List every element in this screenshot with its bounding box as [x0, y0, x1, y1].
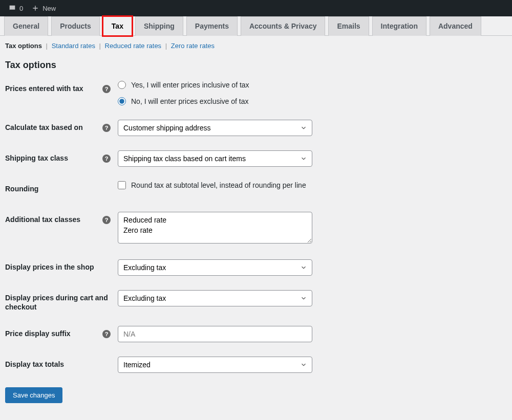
- help-icon[interactable]: ?: [102, 85, 111, 93]
- save-button[interactable]: Save changes: [5, 387, 62, 403]
- calc-based-select[interactable]: Customer shipping address: [118, 120, 312, 136]
- ship-class-label: Shipping tax class: [5, 153, 68, 163]
- help-icon[interactable]: ?: [102, 124, 111, 132]
- rounding-label: Rounding: [5, 184, 38, 193]
- tab-integration[interactable]: Integration: [372, 16, 426, 36]
- plus-icon: [31, 4, 39, 12]
- comment-icon: [8, 4, 16, 12]
- tab-shipping[interactable]: Shipping: [135, 16, 183, 36]
- rounding-checkbox[interactable]: [118, 181, 126, 189]
- display-shop-select[interactable]: Excluding tax: [118, 259, 312, 276]
- admin-bar: 0 New: [0, 0, 512, 16]
- tab-emails[interactable]: Emails: [328, 16, 369, 36]
- additional-textarea[interactable]: [118, 212, 312, 244]
- ship-class-select[interactable]: Shipping tax class based on cart items: [118, 150, 312, 167]
- admin-bar-comments[interactable]: 0: [4, 4, 27, 12]
- suffix-label: Price display suffix: [5, 329, 71, 338]
- subnav-standard-rates[interactable]: Standard rates: [52, 42, 95, 50]
- tab-products[interactable]: Products: [51, 16, 100, 36]
- totals-select[interactable]: Itemized: [118, 357, 312, 373]
- tab-payments[interactable]: Payments: [186, 16, 238, 36]
- prices-exclusive-radio[interactable]: [118, 97, 126, 105]
- tax-subnav: Tax options | Standard rates | Reduced r…: [0, 36, 512, 54]
- settings-tabs: General Products Tax Shipping Payments A…: [0, 16, 512, 36]
- admin-bar-new[interactable]: New: [27, 4, 60, 12]
- comments-count: 0: [19, 5, 23, 12]
- tab-general[interactable]: General: [4, 16, 48, 36]
- section-title: Tax options: [5, 60, 507, 71]
- tab-accounts-privacy[interactable]: Accounts & Privacy: [241, 16, 326, 36]
- subnav-reduced-rates[interactable]: Reduced rate rates: [105, 42, 162, 50]
- subnav-zero-rates[interactable]: Zero rate rates: [171, 42, 215, 50]
- help-icon[interactable]: ?: [102, 216, 111, 224]
- calc-based-label: Calculate tax based on: [5, 123, 83, 132]
- tab-advanced[interactable]: Advanced: [430, 16, 481, 36]
- suffix-input[interactable]: [118, 326, 312, 342]
- prices-inclusive-radio[interactable]: [118, 81, 126, 89]
- prices-inclusive-option[interactable]: Yes, I will enter prices inclusive of ta…: [118, 81, 507, 89]
- display-cart-label: Display prices during cart and checkout: [5, 293, 111, 312]
- rounding-option[interactable]: Round tax at subtotal level, instead of …: [118, 181, 507, 189]
- new-label: New: [42, 5, 56, 12]
- prices-exclusive-option[interactable]: No, I will enter prices exclusive of tax: [118, 97, 507, 105]
- subnav-current: Tax options: [5, 42, 42, 50]
- tab-tax[interactable]: Tax: [103, 16, 132, 36]
- help-icon[interactable]: ?: [102, 154, 111, 163]
- totals-label: Display tax totals: [5, 360, 64, 369]
- help-icon[interactable]: ?: [102, 330, 111, 338]
- additional-label: Additional tax classes: [5, 215, 80, 224]
- display-cart-select[interactable]: Excluding tax: [118, 290, 312, 306]
- display-shop-label: Display prices in the shop: [5, 262, 94, 272]
- prices-entered-label: Prices entered with tax: [5, 84, 83, 93]
